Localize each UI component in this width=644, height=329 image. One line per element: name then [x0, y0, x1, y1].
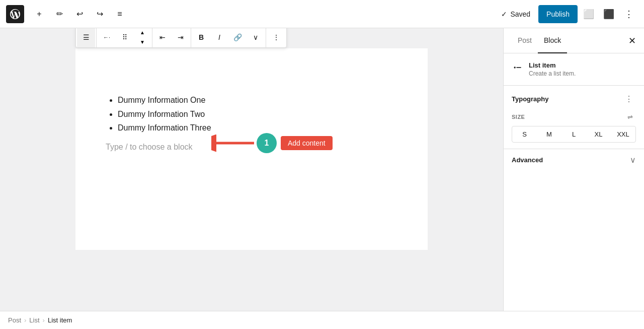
align-icon: ☰: [83, 33, 90, 41]
tab-block[interactable]: Block: [538, 28, 567, 53]
add-content-badge: Add content: [281, 136, 333, 150]
drag-icon: ⠿: [122, 33, 127, 41]
block-icon: [512, 61, 524, 74]
breadcrumb-list[interactable]: List: [29, 316, 39, 324]
main-area: ☰ ←· ⠿ ▲ ▼ ⇤: [0, 28, 644, 311]
size-xl-button[interactable]: XL: [586, 126, 611, 142]
indent-button[interactable]: ⇥: [172, 28, 190, 47]
editor-area: ☰ ←· ⠿ ▲ ▼ ⇤: [0, 28, 503, 311]
breadcrumb-list-item: List item: [48, 316, 72, 324]
block-options-button[interactable]: ⋮: [267, 28, 285, 47]
list-item: Dummy Information One: [118, 94, 397, 107]
annotation-overlay: 1 Add content: [211, 133, 333, 153]
editor-content: ☰ ←· ⠿ ▲ ▼ ⇤: [75, 48, 428, 250]
list-view-icon: ≡: [117, 10, 122, 19]
chevron-down-icon: ∨: [630, 155, 636, 165]
redo-icon: ↪: [97, 9, 103, 19]
three-dots-icon: ⋮: [625, 94, 633, 104]
breadcrumb-post[interactable]: Post: [8, 316, 21, 324]
wp-logo: [6, 5, 24, 23]
align-button[interactable]: ☰: [77, 28, 95, 47]
breadcrumb-sep-2: ›: [43, 316, 45, 324]
three-dots-icon: ⋮: [624, 9, 633, 20]
advanced-section-header[interactable]: Advanced ∨: [512, 155, 636, 165]
toolbar-group-indent: ←· ⠿ ▲ ▼: [97, 28, 152, 47]
block-name: List item: [529, 61, 576, 69]
bold-button[interactable]: B: [192, 28, 210, 47]
size-label-row: SIZE ⇌: [512, 111, 636, 123]
chevron-up-icon: ▲: [140, 30, 145, 35]
plus-icon: +: [37, 10, 41, 19]
size-s-button[interactable]: S: [512, 126, 537, 142]
settings-button[interactable]: ⬛: [600, 5, 618, 23]
sidebar-tabs: Post Block ✕: [504, 28, 644, 53]
typography-section-header[interactable]: Typography ⋮: [512, 92, 636, 106]
size-reset-button[interactable]: ⇌: [624, 111, 636, 123]
redo-button[interactable]: ↪: [91, 5, 109, 23]
wordpress-icon: [10, 9, 20, 19]
red-arrow: [211, 134, 262, 152]
toolbar-group-options: ⋮: [266, 28, 286, 47]
more-rich-button[interactable]: ∨: [247, 28, 265, 47]
top-bar: + ✏ ↩ ↪ ≡ ✓ Saved Publish ⬜ ⬛ ⋮: [0, 0, 644, 28]
block-description: Create a list item.: [529, 70, 576, 77]
annotation-number-badge: 1: [257, 133, 277, 153]
toolbar-group-align: ☰: [76, 28, 97, 47]
chevron-down-icon: ▼: [140, 39, 145, 45]
size-l-button[interactable]: L: [561, 126, 586, 142]
move-down-button[interactable]: ▼: [135, 37, 150, 46]
monitor-icon: ⬜: [583, 9, 594, 20]
bold-icon: B: [199, 33, 204, 41]
toolbar-group-format: B I 🔗 ∨: [191, 28, 266, 47]
indent-icon: ⇥: [178, 33, 184, 41]
document-overview-button[interactable]: ≡: [111, 5, 129, 23]
advanced-section: Advanced ∨: [504, 149, 644, 171]
size-label-text: SIZE: [512, 114, 525, 120]
list-item-icon: [513, 62, 523, 73]
block-details: List item Create a list item.: [529, 61, 576, 77]
outdent-icon: ⇤: [159, 33, 166, 41]
italic-button[interactable]: I: [210, 28, 228, 47]
pencil-icon: ✏: [56, 9, 63, 19]
outdent-button[interactable]: ⇤: [153, 28, 172, 47]
close-icon: ✕: [628, 35, 636, 46]
move-up-button[interactable]: ▲: [135, 28, 150, 37]
content-list: Dummy Information One Dummy Information …: [106, 94, 397, 135]
undo-button[interactable]: ↩: [70, 5, 89, 23]
saved-indicator: ✓ Saved: [501, 10, 530, 18]
typography-options-button[interactable]: ⋮: [622, 92, 636, 106]
block-toolbar: ☰ ←· ⠿ ▲ ▼ ⇤: [75, 28, 287, 48]
saved-label: Saved: [510, 10, 530, 18]
undo-icon: ↩: [76, 9, 83, 19]
list-item: Dummy Information Two: [118, 108, 397, 121]
sidebar-toggle-icon: ⬛: [603, 9, 614, 20]
tools-button[interactable]: ✏: [50, 5, 68, 23]
size-options: S M L XL XXL: [512, 126, 636, 143]
tab-post[interactable]: Post: [512, 28, 538, 53]
sliders-icon: ⇌: [627, 113, 633, 121]
close-sidebar-button[interactable]: ✕: [624, 33, 640, 49]
advanced-label: Advanced: [512, 156, 543, 164]
link-button[interactable]: 🔗: [228, 28, 247, 47]
chevron-down-icon: ∨: [253, 33, 258, 41]
arrow-svg: [211, 134, 262, 152]
size-xxl-button[interactable]: XXL: [611, 126, 635, 142]
toolbar-group-outdent: ⇤ ⇥: [152, 28, 191, 47]
breadcrumb-sep-1: ›: [24, 316, 26, 324]
view-button[interactable]: ⬜: [580, 5, 598, 23]
block-info: List item Create a list item.: [504, 53, 644, 86]
list-item: Dummy Information Three: [118, 121, 397, 135]
check-icon: ✓: [501, 10, 507, 18]
indent-decrease-button[interactable]: ←·: [98, 28, 116, 47]
size-m-button[interactable]: M: [537, 126, 561, 142]
drag-handle-button[interactable]: ⠿: [116, 28, 134, 47]
link-icon: 🔗: [233, 33, 242, 41]
breadcrumb: Post › List › List item: [0, 311, 644, 329]
publish-button[interactable]: Publish: [538, 5, 578, 23]
ellipsis-icon: ⋮: [273, 33, 280, 41]
add-block-button[interactable]: +: [30, 5, 48, 23]
italic-icon: I: [218, 33, 220, 41]
sidebar: Post Block ✕ List item Create a list ite…: [503, 28, 644, 311]
more-tools-button[interactable]: ⋮: [620, 5, 638, 23]
typography-label: Typography: [512, 95, 548, 103]
